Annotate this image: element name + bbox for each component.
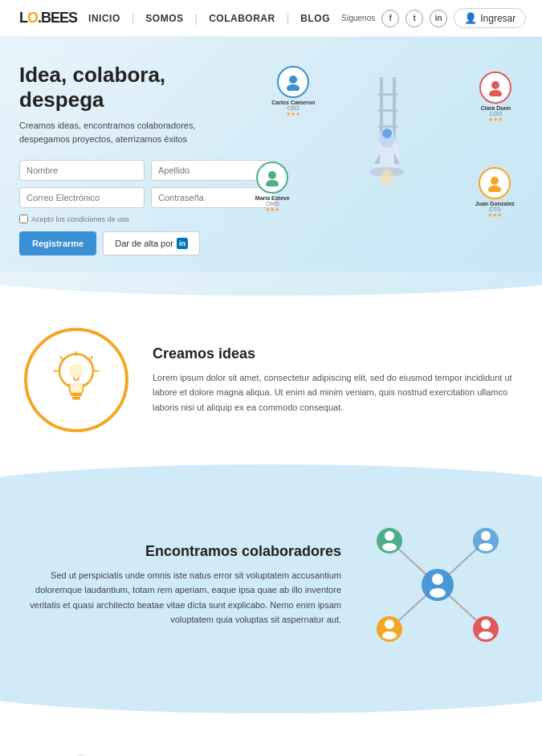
hero-subtitle: Creamos ideas, encontramos colaboradores… bbox=[19, 119, 244, 145]
linkedin-icon[interactable]: in bbox=[430, 10, 447, 27]
svg-point-36 bbox=[430, 588, 446, 598]
nav-blog[interactable]: BLOG bbox=[289, 13, 341, 24]
svg-point-14 bbox=[287, 84, 300, 91]
nav-right: Síguenos f t in 👤 Ingresar bbox=[341, 8, 526, 28]
svg-point-12 bbox=[381, 170, 393, 186]
hero-title: Idea, colabora, despega bbox=[19, 63, 244, 112]
form-buttons: Registrarme Dar de alta por in bbox=[19, 231, 244, 255]
logo: LO.BEES bbox=[19, 10, 77, 27]
svg-point-19 bbox=[491, 177, 499, 185]
section-collab: Encontramos colaboradores Sed ut perspic… bbox=[0, 492, 542, 685]
nav-somos[interactable]: SOMOS bbox=[134, 13, 194, 24]
ideas-title: Creamos ideas bbox=[153, 345, 518, 362]
svg-point-38 bbox=[385, 531, 394, 541]
nombre-input[interactable] bbox=[19, 160, 145, 181]
hero-form-area: Idea, colabora, despega Creamos ideas, e… bbox=[19, 63, 244, 255]
nav-colaborar[interactable]: COLABORAR bbox=[198, 13, 287, 24]
register-button[interactable]: Registrarme bbox=[19, 231, 96, 255]
collab-body: Sed ut perspiciatis unde omnis iste natu… bbox=[24, 568, 341, 627]
wave-divider-1 bbox=[0, 272, 542, 296]
user-icon: 👤 bbox=[464, 12, 477, 24]
rocket-icon bbox=[32, 746, 128, 756]
svg-point-35 bbox=[432, 574, 443, 585]
collab-text: Encontramos colaboradores Sed ut perspic… bbox=[24, 543, 341, 627]
svg-line-26 bbox=[60, 357, 63, 360]
section-launch: Despegamos proyectos Lorem ipsum dolor s… bbox=[0, 713, 542, 756]
svg-point-48 bbox=[479, 631, 493, 640]
wave-divider-3 bbox=[0, 685, 542, 713]
bulb-icon bbox=[48, 348, 104, 412]
rocket-icon-wrap bbox=[24, 746, 137, 756]
svg-point-44 bbox=[385, 619, 394, 629]
svg-rect-3 bbox=[378, 109, 397, 112]
svg-point-8 bbox=[382, 129, 392, 138]
ideas-text: Creamos ideas Lorem ipsum dolor sit amet… bbox=[153, 345, 518, 414]
tower-illustration bbox=[332, 77, 444, 214]
email-input[interactable] bbox=[19, 187, 145, 208]
network-diagram bbox=[357, 517, 518, 653]
terms-check: Acepto los condiciones de uso bbox=[19, 215, 244, 223]
collab-title: Encontramos colaboradores bbox=[24, 543, 341, 560]
svg-point-20 bbox=[488, 186, 501, 192]
terms-label: Acepto los condiciones de uso bbox=[31, 215, 129, 223]
linkedin-button[interactable]: Dar de alta por in bbox=[103, 231, 200, 255]
avatar-maria: Maria Esteve CMO ★★★ bbox=[255, 161, 290, 213]
svg-rect-4 bbox=[378, 125, 397, 128]
nav-links: INICIO | SOMOS | COLABORAR | BLOG bbox=[77, 12, 341, 25]
svg-point-15 bbox=[491, 81, 499, 89]
svg-rect-2 bbox=[378, 93, 397, 96]
svg-rect-23 bbox=[72, 397, 81, 400]
section-ideas: Creamos ideas Lorem ipsum dolor sit amet… bbox=[0, 296, 542, 464]
svg-point-42 bbox=[479, 543, 493, 551]
navbar: LO.BEES INICIO | SOMOS | COLABORAR | BLO… bbox=[0, 0, 542, 37]
svg-point-18 bbox=[266, 180, 279, 186]
avatar-clara: Clara Dunn COO ★★★ bbox=[479, 72, 511, 123]
wave-divider-2 bbox=[0, 464, 542, 492]
hero-illustration: Carlos Cameron CEO ★★★ Clara Dunn COO ★★… bbox=[250, 63, 523, 239]
svg-point-16 bbox=[489, 90, 502, 96]
siguenos-label: Síguenos bbox=[341, 14, 375, 22]
terms-checkbox[interactable] bbox=[19, 215, 28, 223]
avatar-carlos: Carlos Cameron CEO ★★★ bbox=[271, 66, 315, 117]
svg-rect-22 bbox=[71, 394, 82, 397]
name-row bbox=[19, 160, 244, 181]
hero-section: Idea, colabora, despega Creamos ideas, e… bbox=[0, 37, 542, 272]
svg-point-39 bbox=[382, 543, 397, 551]
svg-point-13 bbox=[289, 76, 297, 84]
svg-line-27 bbox=[90, 357, 93, 360]
email-row bbox=[19, 187, 244, 208]
linkedin-in-icon: in bbox=[177, 238, 188, 249]
svg-point-17 bbox=[268, 171, 276, 179]
collab-diagram bbox=[357, 517, 518, 653]
svg-point-45 bbox=[382, 631, 397, 640]
twitter-icon[interactable]: t bbox=[405, 10, 423, 27]
login-button[interactable]: 👤 Ingresar bbox=[454, 8, 526, 28]
ideas-body: Lorem ipsum dolor sit amet, consectetur … bbox=[153, 370, 518, 414]
svg-point-47 bbox=[481, 619, 491, 629]
svg-point-41 bbox=[481, 531, 491, 541]
facebook-icon[interactable]: f bbox=[381, 10, 399, 27]
nav-inicio[interactable]: INICIO bbox=[77, 13, 132, 24]
linkedin-label: Dar de alta por bbox=[115, 239, 173, 248]
svg-point-24 bbox=[69, 364, 84, 378]
avatar-juan: Juan Gonzalez CTO ★★★ bbox=[475, 167, 515, 219]
bulb-icon-wrap bbox=[24, 328, 128, 432]
